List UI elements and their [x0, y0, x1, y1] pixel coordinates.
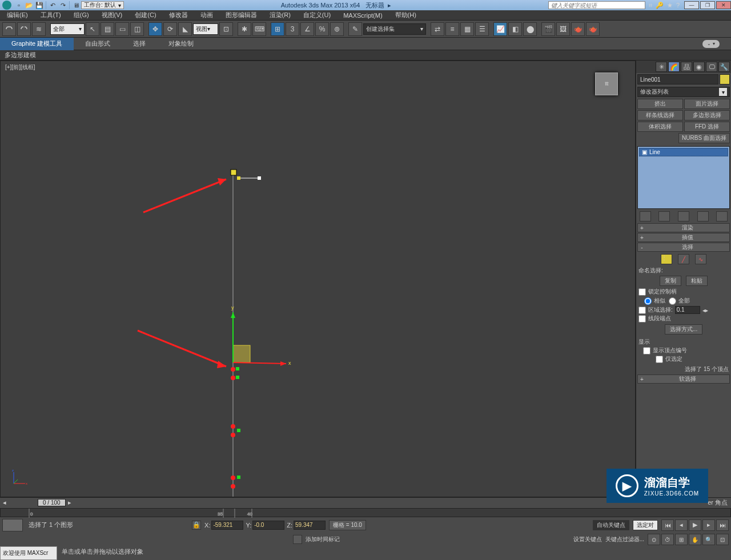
close-button[interactable]: ✕ — [716, 1, 731, 9]
isolate-icon[interactable] — [293, 535, 302, 544]
show-end-result-icon[interactable] — [658, 211, 670, 221]
maximize-button[interactable]: ❐ — [700, 1, 715, 9]
only-sel-check[interactable] — [656, 356, 663, 363]
lock-handles-check[interactable] — [638, 288, 646, 296]
snap-3-icon[interactable]: 3 — [286, 22, 299, 36]
rotate-icon[interactable]: ⟳ — [163, 22, 177, 36]
modify-tab-icon[interactable]: 🌈 — [668, 62, 680, 72]
timeslider-left-icon[interactable]: ◂ — [0, 499, 9, 506]
menu-custom[interactable]: 自定义(U) — [303, 11, 331, 19]
ribbon-tab-graphite[interactable]: Graphite 建模工具 — [0, 38, 74, 50]
bind-sw-icon[interactable]: ≋ — [32, 22, 46, 36]
menu-create[interactable]: 创建(C) — [135, 11, 156, 19]
setkey-button[interactable]: 设置关键点 — [573, 535, 602, 543]
copy-button[interactable]: 复制 — [660, 276, 681, 286]
project-icon[interactable]: 🖥 — [71, 1, 81, 10]
select-name-icon[interactable]: ▤ — [101, 22, 114, 36]
ribbon-sub[interactable]: 多边形建模 — [0, 50, 731, 61]
layer-manager-icon[interactable]: ☰ — [475, 22, 489, 36]
timeslider-right-icon[interactable]: ▸ — [68, 499, 71, 506]
display-tab-icon[interactable]: 🖵 — [706, 62, 717, 72]
area-sel-check[interactable] — [638, 307, 646, 314]
modbtn-splinesel[interactable]: 样条线选择 — [637, 110, 683, 120]
edit-named-sel-icon[interactable]: ✎ — [348, 22, 362, 36]
minimize-button[interactable]: — — [684, 1, 699, 9]
keyboard-shortcut-icon[interactable]: ⌨ — [252, 22, 266, 36]
listener-label[interactable]: 欢迎使用 MAXScr — [0, 546, 57, 560]
mirror-icon[interactable]: ⇄ — [431, 22, 444, 36]
workspace-dropdown[interactable]: 工作台: 默认▾ — [81, 1, 124, 9]
show-vertnum-check[interactable] — [643, 347, 650, 354]
prev-frame-icon[interactable]: ◂ — [675, 519, 688, 531]
subobj-spline-icon[interactable]: ∿ — [695, 254, 706, 264]
pivot-icon[interactable]: ⊡ — [219, 22, 233, 36]
ribbon-expand-icon[interactable]: ⌄ ▾ — [702, 40, 720, 48]
percent-snap-icon[interactable]: % — [315, 22, 329, 36]
named-selection-dropdown[interactable]: 创建选择集▾ — [363, 23, 426, 35]
help-icon[interactable]: ? — [676, 2, 680, 9]
hierarchy-tab-icon[interactable]: 品 — [681, 62, 692, 72]
utilities-tab-icon[interactable]: 🔧 — [718, 62, 730, 72]
mini-listener[interactable] — [2, 519, 23, 531]
viewport-nav4-icon[interactable]: ⊡ — [716, 534, 729, 545]
selset-dropdown[interactable]: 选定对 — [633, 520, 658, 530]
time-config-icon[interactable]: ⏱ — [661, 534, 674, 545]
configure-sets-icon[interactable] — [716, 211, 728, 221]
viewport-nav2-icon[interactable]: ✋ — [689, 534, 701, 545]
goto-end-icon[interactable]: ⏭ — [716, 519, 729, 531]
redo-icon[interactable]: ↷ — [58, 1, 68, 10]
coord-z-input[interactable] — [294, 521, 326, 530]
rendered-frame-icon[interactable]: 🖼 — [556, 22, 570, 36]
modbtn-ffdsel[interactable]: FFD 选择 — [684, 122, 730, 132]
render-prod-icon[interactable]: 🫖 — [571, 22, 585, 36]
lock-selection-icon[interactable]: 🔒 — [192, 521, 201, 530]
keyfilter-button[interactable]: 关键点过滤器... — [605, 535, 644, 543]
angle-snap-icon[interactable]: ∠ — [300, 22, 314, 36]
ribbon-tab-freeform[interactable]: 自由形式 — [74, 38, 122, 50]
stack-item-line[interactable]: ▣ Line — [639, 148, 728, 156]
modbtn-extrude[interactable]: 挤出 — [637, 99, 683, 109]
pin-stack-icon[interactable] — [640, 211, 651, 221]
curve-editor-icon[interactable]: 📈 — [493, 22, 507, 36]
remove-modifier-icon[interactable] — [697, 211, 709, 221]
modbtn-patchsel[interactable]: 面片选择 — [684, 99, 730, 109]
play-icon[interactable]: ▶ — [689, 519, 701, 531]
selection-filter-dropdown[interactable]: 全部▾ — [50, 23, 85, 35]
coord-dropdown[interactable]: 视图▾ — [193, 23, 218, 35]
menu-graph[interactable]: 图形编辑器 — [226, 11, 257, 19]
coord-x-input[interactable] — [211, 521, 243, 530]
scale-icon[interactable]: ◣ — [178, 22, 192, 36]
modifier-stack[interactable]: ▣ Line — [637, 146, 730, 209]
menu-view[interactable]: 视图(V) — [102, 11, 123, 19]
select-icon[interactable]: ↖ — [86, 22, 99, 36]
paste-button[interactable]: 粘贴 — [686, 276, 708, 286]
subobj-segment-icon[interactable]: ╱ — [678, 254, 689, 264]
menu-tools[interactable]: 工具(T) — [41, 11, 61, 19]
ribbon-tab-paint[interactable]: 对象绘制 — [157, 38, 205, 50]
create-tab-icon[interactable]: ✳ — [656, 62, 667, 72]
menu-group[interactable]: 组(G) — [74, 11, 89, 19]
select-manip-icon[interactable]: ✱ — [238, 22, 251, 36]
time-ruler[interactable]: 0 35 40 — [0, 508, 731, 517]
window-crossing-icon[interactable]: ◫ — [130, 22, 144, 36]
make-unique-icon[interactable] — [678, 211, 689, 221]
layers-icon[interactable]: ▦ — [460, 22, 474, 36]
modbtn-nurbssel[interactable]: NURBS 曲面选择 — [678, 133, 730, 143]
key-mode-icon[interactable]: ⊙ — [648, 534, 660, 545]
render-icon[interactable]: 🫖 — [586, 22, 600, 36]
unlink-icon[interactable] — [17, 22, 31, 36]
signin-icon[interactable]: 🔑 — [656, 2, 664, 9]
viewport[interactable]: [+][前][线框] 前 x y — [0, 61, 636, 497]
move-icon[interactable]: ✥ — [148, 22, 162, 36]
time-slider[interactable]: 0 / 100 — [38, 499, 66, 506]
seg-end-check[interactable] — [638, 315, 646, 323]
add-time-tag[interactable]: 添加时间标记 — [306, 535, 340, 543]
select-by-button[interactable]: 选择方式... — [665, 324, 702, 335]
radio-similar[interactable] — [644, 297, 652, 305]
spinner-snap-icon[interactable]: ⊚ — [330, 22, 344, 36]
render-setup-icon[interactable]: 🎬 — [541, 22, 555, 36]
menu-maxscript[interactable]: MAXScript(M) — [343, 12, 382, 19]
new-icon[interactable]: ▫ — [14, 1, 24, 10]
menu-modifier[interactable]: 修改器 — [169, 11, 188, 19]
area-val-spinner[interactable]: 0.1 — [675, 306, 700, 314]
